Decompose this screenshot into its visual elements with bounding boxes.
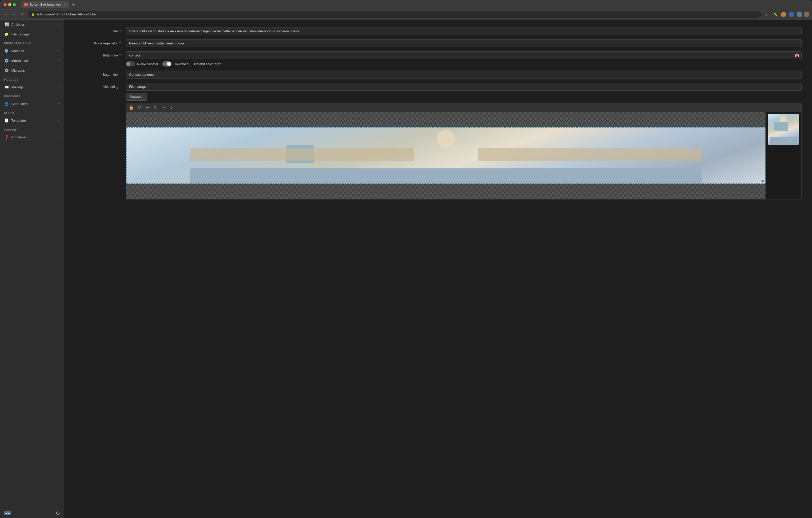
minimize-button[interactable] xyxy=(8,3,11,6)
bestand-selecteren-button[interactable]: Bestand selecteren xyxy=(193,62,221,66)
sidebar-item-modules-label: Modules xyxy=(11,49,56,53)
download-toggle[interactable] xyxy=(162,61,172,66)
sidebar-item-filemanager-label: Filemanager xyxy=(11,32,56,36)
power-icon[interactable]: ⏻ xyxy=(56,511,60,515)
korte-regel-row: Korte regel tekst * xyxy=(75,39,802,47)
button-titel-input[interactable] xyxy=(126,70,802,79)
templates-chevron-icon: ▾ xyxy=(58,119,60,122)
afbeelding-field: Browse... 🔒 ↺ ↩ ↻ ↔ ↕ xyxy=(126,83,802,200)
nieuw-venster-label: Nieuw venster xyxy=(137,62,158,66)
thumbnail-image xyxy=(768,114,799,145)
checkerboard-bottom xyxy=(126,184,765,199)
analytics-icon: 📊 xyxy=(4,22,9,27)
button-titel-field xyxy=(126,70,802,79)
image-workspace xyxy=(126,112,802,199)
url-text: sofco.nl/new/nl/cms/blocks/edit-block/12… xyxy=(37,12,96,16)
bookmark-icon[interactable]: ☆ xyxy=(764,11,771,18)
resize-icon[interactable]: ↕ xyxy=(171,105,173,110)
sidebar-item-gebruikers[interactable]: 👤 Gebruikers ▾ xyxy=(0,99,64,109)
button-link-input[interactable] xyxy=(126,51,802,59)
image-thumbnail-panel xyxy=(765,112,802,199)
forward-button[interactable]: → xyxy=(11,11,18,18)
back-button[interactable]: ← xyxy=(3,11,9,18)
gegevens-section: GEGEVENS xyxy=(0,92,64,99)
extension-icon2[interactable] xyxy=(788,11,795,18)
nieuw-venster-toggle-thumb xyxy=(126,62,130,66)
address-bar[interactable]: 🔒 sofco.nl/new/nl/cms/blocks/edit-block/… xyxy=(27,11,762,18)
button-titel-label: Button titel * xyxy=(75,70,126,77)
korte-regel-field xyxy=(126,39,802,47)
nieuw-venster-toggle[interactable] xyxy=(126,61,135,66)
close-button[interactable] xyxy=(4,3,7,6)
new-tab-button[interactable]: + xyxy=(70,2,77,8)
afbeelding-label: Afbeelding * xyxy=(75,83,126,89)
button-link-field: 📅 Nieuw venster xyxy=(126,51,802,66)
modules-section: MODULES xyxy=(0,75,64,82)
extension-icon1[interactable] xyxy=(780,11,787,18)
toolbar-icons: ☆ ✏️ xyxy=(764,11,809,18)
download-toggle-thumb xyxy=(167,62,171,66)
lock-aspect-icon[interactable]: 🔒 xyxy=(129,105,134,110)
titel-input[interactable] xyxy=(126,27,802,35)
button-link-label: Button link * xyxy=(75,51,126,57)
php-badge: php xyxy=(4,511,11,515)
redo-icon[interactable]: ↻ xyxy=(154,104,158,110)
user-avatar2[interactable] xyxy=(804,11,809,17)
button-titel-row: Button titel * xyxy=(75,70,802,79)
sidebar-item-migraties[interactable]: ⚙️ Migraties ▾ xyxy=(0,65,64,75)
developer-panel-section: DEVELOPER PANEL xyxy=(0,39,64,46)
korte-regel-label: Korte regel tekst * xyxy=(75,39,126,45)
arm-left-shape xyxy=(190,148,414,161)
download-label: Download xyxy=(174,62,188,66)
information-icon: ⚙️ xyxy=(4,58,9,63)
sidebar-item-mailings-label: Mailings xyxy=(11,85,56,89)
filemanager-icon: 📁 xyxy=(4,32,9,36)
refresh-button[interactable]: ↺ xyxy=(19,11,26,18)
nieuw-venster-toggle-wrapper: Nieuw venster xyxy=(126,61,158,66)
sidebar-item-modules[interactable]: ⚙️ Modules ▾ xyxy=(0,46,64,56)
person-image xyxy=(126,127,765,184)
titel-field xyxy=(126,27,802,35)
titel-row: Titel * xyxy=(75,27,802,35)
afbeelding-input[interactable] xyxy=(126,83,802,91)
button-link-input-wrapper: 📅 xyxy=(126,51,802,59)
browse-button[interactable]: Browse... xyxy=(126,93,147,101)
image-toolbar: 🔒 ↺ ↩ ↻ ↔ ↕ xyxy=(126,103,802,112)
titlebar: S Sofco - Blok bewerken ✕ + xyxy=(0,0,812,9)
afbeelding-row: Afbeelding * Browse... 🔒 ↺ ↩ ↻ ↔ ↕ xyxy=(75,83,802,200)
flip-horizontal-icon[interactable]: ↔ xyxy=(162,105,166,110)
resize-handle[interactable] xyxy=(761,180,764,182)
user-avatar1[interactable] xyxy=(796,11,802,17)
edit-icon[interactable]: ✏️ xyxy=(772,11,779,18)
sidebar-item-analytics[interactable]: 📊 Analytics ▾ xyxy=(0,20,64,29)
download-toggle-wrapper: Download xyxy=(162,61,188,66)
sidebar-item-templates-label: Templates xyxy=(11,119,56,122)
image-crop-area[interactable] xyxy=(126,127,765,184)
tab-title: Sofco - Blok bewerken xyxy=(30,3,61,6)
sidebar-item-filemanager[interactable]: 📁 Filemanager ▾ xyxy=(0,29,64,39)
sidebar-item-analytics-label: Analytics xyxy=(11,23,56,26)
arm-right-shape xyxy=(478,148,702,161)
client-section: CLIENT xyxy=(0,109,64,116)
titel-label: Titel * xyxy=(75,27,126,33)
rotate-cw-icon[interactable]: ↺ xyxy=(138,104,142,110)
templates-icon: 📄 xyxy=(4,118,9,123)
tab-bar: S Sofco - Blok bewerken ✕ + xyxy=(21,1,808,8)
sidebar-item-problemen[interactable]: ❓ Problemen ▾ xyxy=(0,132,64,142)
sidebar-bottom: php ⏻ xyxy=(0,508,64,518)
browser-toolbar: ← → ↺ 🔒 sofco.nl/new/nl/cms/blocks/edit-… xyxy=(0,9,812,20)
maximize-button[interactable] xyxy=(13,3,16,6)
active-tab[interactable]: S Sofco - Blok bewerken ✕ xyxy=(21,1,69,8)
sidebar-item-information[interactable]: ⚙️ Information ▾ xyxy=(0,56,64,65)
calendar-icon: 📅 xyxy=(795,53,799,58)
tab-close-button[interactable]: ✕ xyxy=(63,3,66,6)
information-chevron-icon: ▾ xyxy=(58,59,60,62)
modules-icon: ⚙️ xyxy=(4,49,9,53)
support-section: SUPPORT xyxy=(0,125,64,132)
korte-regel-input[interactable] xyxy=(126,39,802,47)
sidebar-item-mailings[interactable]: ✉️ Mailings ▾ xyxy=(0,82,64,92)
sidebar-item-templates[interactable]: 📄 Templates ▾ xyxy=(0,116,64,125)
gebruikers-chevron-icon: ▾ xyxy=(58,102,60,105)
traffic-lights xyxy=(4,3,16,6)
undo-icon[interactable]: ↩ xyxy=(146,104,150,110)
